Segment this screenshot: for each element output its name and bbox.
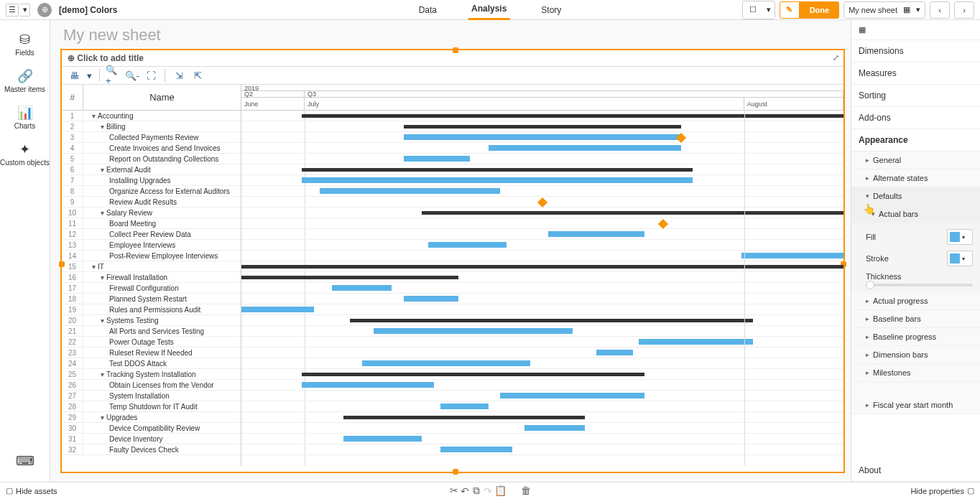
group-bar[interactable]	[302, 114, 843, 118]
gantt-row[interactable]: 30Device Compatibility Review	[62, 423, 241, 434]
group-bar[interactable]	[241, 276, 458, 279]
print-icon[interactable]: 🖶	[66, 68, 82, 83]
paste-icon[interactable]: 📋	[494, 485, 507, 497]
task-bar[interactable]	[302, 177, 693, 183]
milestone-marker[interactable]	[537, 197, 547, 207]
twist-icon[interactable]: ▾	[92, 111, 96, 121]
gantt-row[interactable]: 13Employee Interviews	[62, 240, 241, 251]
task-bar[interactable]	[404, 134, 680, 140]
task-bar[interactable]	[343, 436, 422, 442]
twist-icon[interactable]: ▾	[101, 207, 105, 218]
sub-milestones[interactable]: ▸Milestones	[851, 364, 980, 382]
task-bar[interactable]	[428, 242, 507, 248]
task-bar[interactable]	[302, 382, 434, 388]
task-bar[interactable]	[596, 350, 632, 355]
chart-object[interactable]: ⊕ Click to add title ⤢ 🖶 ▾ 🔍+ 🔍- ⛶ ⇲ ⇱	[60, 49, 845, 473]
section-dimensions[interactable]: Dimensions	[851, 40, 980, 62]
task-bar[interactable]	[374, 328, 573, 334]
gantt-row[interactable]: 20▾Systems Testing	[62, 315, 241, 326]
task-bar[interactable]	[320, 188, 500, 194]
gantt-row[interactable]: 10▾Salary Review	[62, 207, 241, 218]
gantt-row[interactable]: 18Planned System Restart	[62, 294, 241, 304]
gantt-row[interactable]: 4Create Invoices and Send Invoices	[62, 143, 241, 154]
gantt-row[interactable]: 19Rules and Permissions Audit	[62, 304, 241, 315]
sub-baseline-progress[interactable]: ▸Baseline progress	[851, 328, 980, 346]
gantt-row[interactable]: 31Device Inventory	[62, 434, 241, 444]
task-bar[interactable]	[741, 253, 843, 258]
zoom-in-icon[interactable]: 🔍+	[106, 68, 121, 83]
hide-properties-button[interactable]: Hide properties ▢	[910, 486, 974, 495]
group-bar[interactable]	[302, 373, 645, 376]
hide-assets-button[interactable]: ▢ Hide assets	[6, 486, 57, 495]
milestone-marker[interactable]	[658, 219, 668, 229]
gantt-row[interactable]: 24Test DDOS Attack	[62, 358, 241, 369]
sub-baseline-bars[interactable]: ▸Baseline bars	[851, 310, 980, 328]
twist-icon[interactable]: ▾	[101, 272, 105, 282]
collapse-all-icon[interactable]: ⇱	[190, 68, 205, 83]
sub-defaults[interactable]: ▾Defaults	[851, 187, 980, 205]
sub-dimension-bars[interactable]: ▸Dimension bars	[851, 346, 980, 364]
zoom-out-icon[interactable]: 🔍-	[124, 68, 140, 83]
gantt-row[interactable]: 23Ruleset Review If Needed	[62, 348, 241, 358]
twist-icon[interactable]: ▾	[101, 369, 105, 379]
gantt-row[interactable]: 25▾Tracking System Installation	[62, 369, 241, 380]
gantt-row[interactable]: 29▾Upgrades	[62, 412, 241, 423]
group-bar[interactable]	[241, 265, 843, 269]
gantt-row[interactable]: 6▾External Audit	[62, 164, 241, 175]
about-section[interactable]: About	[851, 460, 980, 482]
table-view-icon[interactable]: ▦	[851, 20, 980, 40]
task-bar[interactable]	[489, 145, 681, 151]
section-sorting[interactable]: Sorting	[851, 85, 980, 107]
gantt-row[interactable]: 22Power Outage Tests	[62, 337, 241, 348]
gantt-row[interactable]: 26Obtain Licenses from the Vendor	[62, 380, 241, 391]
sub-general[interactable]: ▸General	[851, 151, 980, 169]
task-bar[interactable]	[639, 339, 753, 345]
task-bar[interactable]	[362, 360, 531, 366]
gantt-row[interactable]: 17Firewall Configuration	[62, 283, 241, 294]
group-bar[interactable]	[343, 416, 584, 419]
task-bar[interactable]	[404, 296, 458, 302]
next-sheet-button[interactable]: ›	[954, 1, 974, 19]
tab-data[interactable]: Data	[416, 0, 440, 20]
sub-actual-bars[interactable]: ▾Actual bars👆	[851, 205, 980, 223]
gantt-row[interactable]: 12Collect Peer Review Data	[62, 229, 241, 240]
gantt-row[interactable]: 16▾Firewall Installation	[62, 272, 241, 283]
gantt-row[interactable]: 2▾Billing	[62, 121, 241, 132]
task-bar[interactable]	[440, 447, 513, 452]
gantt-row[interactable]: 15▾IT	[62, 261, 241, 272]
charts-button[interactable]: 📊Charts	[0, 99, 50, 136]
gantt-row[interactable]: 1▾Accounting	[62, 111, 241, 121]
print-dropdown[interactable]: ▾	[85, 68, 93, 83]
gantt-row[interactable]: 8Organize Access for External Auditors	[62, 186, 241, 197]
done-button[interactable]: Done	[800, 1, 840, 19]
sheet-selector[interactable]: My new sheet ▦ ▾	[843, 1, 925, 19]
group-bar[interactable]	[302, 168, 693, 172]
task-bar[interactable]	[500, 393, 644, 398]
twist-icon[interactable]: ▾	[101, 121, 105, 131]
gantt-row[interactable]: 5Report on Outstanding Collections	[62, 154, 241, 164]
delete-icon[interactable]: 🗑	[521, 485, 531, 497]
section-appearance[interactable]: Appearance	[851, 129, 980, 151]
tab-story[interactable]: Story	[538, 0, 564, 20]
twist-icon[interactable]: ▾	[92, 261, 96, 271]
bookmark-button[interactable]: ☐	[743, 1, 763, 19]
gantt-row[interactable]: 27System Installation	[62, 391, 241, 401]
task-bar[interactable]	[440, 404, 489, 409]
section-measures[interactable]: Measures	[851, 62, 980, 85]
prev-sheet-button[interactable]: ‹	[930, 1, 950, 19]
edit-pencil-button[interactable]: ✎	[780, 1, 800, 19]
gantt-row[interactable]: 21All Ports and Services Testing	[62, 326, 241, 337]
sub-alternate-states[interactable]: ▸Alternate states	[851, 169, 980, 187]
copy-icon[interactable]: ⧉	[473, 485, 480, 497]
sub-actual-progress[interactable]: ▸Actual progress	[851, 292, 980, 310]
keyboard-button[interactable]: ⌨	[0, 447, 50, 476]
tab-analysis[interactable]: Analysis	[468, 0, 509, 20]
gantt-row[interactable]: 7Installing Upgrades	[62, 175, 241, 186]
task-bar[interactable]	[404, 156, 470, 162]
custom-objects-button[interactable]: ✦Custom objects	[0, 136, 50, 172]
task-bar[interactable]	[332, 285, 392, 291]
sub-fiscal-year-start-month[interactable]: ▸Fiscal year start month	[851, 396, 980, 414]
menu-dropdown[interactable]: ▾	[20, 4, 30, 17]
gantt-row[interactable]: 32Faulty Devices Check	[62, 444, 241, 455]
section-add-ons[interactable]: Add-ons	[851, 107, 980, 129]
